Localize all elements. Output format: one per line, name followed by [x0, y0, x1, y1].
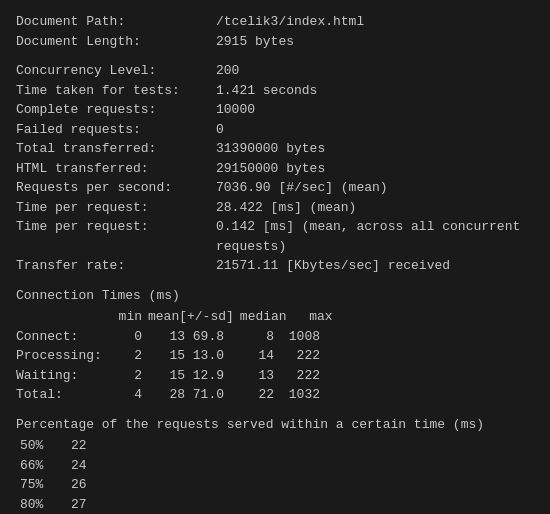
- html-transferred-label: HTML transferred:: [16, 159, 216, 179]
- connection-section: Connection Times (ms) minmean[+/-sd]medi…: [16, 286, 534, 405]
- tpr1-label: Time per request:: [16, 198, 216, 218]
- doc-path-row: Document Path: /tcelik3/index.html: [16, 12, 534, 32]
- percentile-row: 75%26: [16, 475, 534, 495]
- tpr1-value: 28.422 [ms] (mean): [216, 198, 356, 218]
- percentile-row: 66%24: [16, 456, 534, 476]
- percentile-row: 80%27: [16, 495, 534, 515]
- percentile-section: Percentage of the requests served within…: [16, 415, 534, 515]
- rps-value: 7036.90 [#/sec] (mean): [216, 178, 388, 198]
- total-transferred-value: 31390000 bytes: [216, 139, 325, 159]
- tpr2-row: Time per request: 0.142 [ms] (mean, acro…: [16, 217, 534, 256]
- connection-row: Processing:215 13.014222: [16, 346, 534, 366]
- rps-row: Requests per second: 7036.90 [#/sec] (me…: [16, 178, 534, 198]
- concurrency-value: 200: [216, 61, 239, 81]
- time-label: Time taken for tests:: [16, 81, 216, 101]
- total-transferred-label: Total transferred:: [16, 139, 216, 159]
- complete-label: Complete requests:: [16, 100, 216, 120]
- doc-length-value: 2915 bytes: [216, 32, 294, 52]
- failed-label: Failed requests:: [16, 120, 216, 140]
- complete-row: Complete requests: 10000: [16, 100, 534, 120]
- failed-value: 0: [216, 120, 224, 140]
- tpr2-label: Time per request:: [16, 217, 216, 256]
- connection-table: minmean[+/-sd]medianmaxConnect:013 69.88…: [16, 307, 534, 405]
- concurrency-row: Concurrency Level: 200: [16, 61, 534, 81]
- time-row: Time taken for tests: 1.421 seconds: [16, 81, 534, 101]
- transfer-label: Transfer rate:: [16, 256, 216, 276]
- connection-row: Total:428 71.0221032: [16, 385, 534, 405]
- html-transferred-value: 29150000 bytes: [216, 159, 325, 179]
- transfer-row: Transfer rate: 21571.11 [Kbytes/sec] rec…: [16, 256, 534, 276]
- total-transferred-row: Total transferred: 31390000 bytes: [16, 139, 534, 159]
- connection-row: Waiting:215 12.913222: [16, 366, 534, 386]
- doc-path-label: Document Path:: [16, 12, 216, 32]
- stats-section: Concurrency Level: 200 Time taken for te…: [16, 61, 534, 276]
- connection-title: Connection Times (ms): [16, 286, 534, 306]
- html-transferred-row: HTML transferred: 29150000 bytes: [16, 159, 534, 179]
- document-info: Document Path: /tcelik3/index.html Docum…: [16, 12, 534, 51]
- concurrency-label: Concurrency Level:: [16, 61, 216, 81]
- connection-row: Connect:013 69.881008: [16, 327, 534, 347]
- percentile-row: 50%22: [16, 436, 534, 456]
- transfer-value: 21571.11 [Kbytes/sec] received: [216, 256, 450, 276]
- doc-path-value: /tcelik3/index.html: [216, 12, 364, 32]
- percentile-table: 50%2266%2475%2680%2790%3095%3498%4399%73…: [16, 436, 534, 514]
- doc-length-row: Document Length: 2915 bytes: [16, 32, 534, 52]
- failed-row: Failed requests: 0: [16, 120, 534, 140]
- percentile-title: Percentage of the requests served within…: [16, 415, 534, 435]
- complete-value: 10000: [216, 100, 255, 120]
- rps-label: Requests per second:: [16, 178, 216, 198]
- tpr1-row: Time per request: 28.422 [ms] (mean): [16, 198, 534, 218]
- tpr2-value: 0.142 [ms] (mean, across all concurrent …: [216, 217, 534, 256]
- doc-length-label: Document Length:: [16, 32, 216, 52]
- time-value: 1.421 seconds: [216, 81, 317, 101]
